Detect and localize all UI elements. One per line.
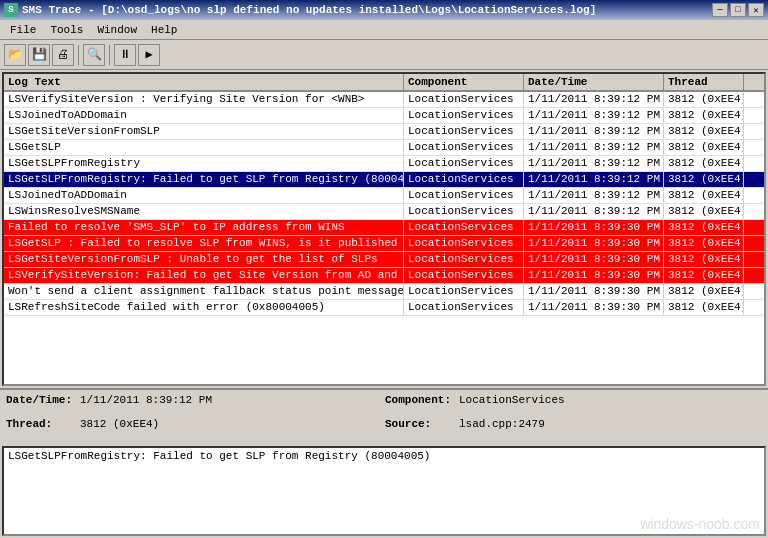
detail-component-label: Component: bbox=[385, 394, 455, 406]
close-button[interactable]: ✕ bbox=[748, 3, 764, 17]
log-row[interactable]: LSRefreshSiteCode failed with error (0x8… bbox=[4, 300, 764, 316]
detail-datetime-value: 1/11/2011 8:39:12 PM bbox=[80, 394, 212, 406]
log-cell-text: LSWinsResolveSMSName bbox=[4, 204, 404, 219]
window-title: SMS Trace - [D:\osd_logs\no slp defined … bbox=[22, 4, 596, 16]
detail-component-row: Component: LocationServices bbox=[385, 394, 762, 416]
log-cell-text: LSGetSLPFromRegistry: Failed to get SLP … bbox=[4, 172, 404, 187]
menu-tools[interactable]: Tools bbox=[44, 22, 89, 38]
log-cell-component: LocationServices bbox=[404, 124, 524, 139]
title-bar-buttons: — □ ✕ bbox=[712, 3, 764, 17]
minimize-button[interactable]: — bbox=[712, 3, 728, 17]
log-cell-component: LocationServices bbox=[404, 204, 524, 219]
log-cell-datetime: 1/11/2011 8:39:30 PM bbox=[524, 236, 664, 251]
log-row[interactable]: LSJoinedToADDomainLocationServices1/11/2… bbox=[4, 108, 764, 124]
header-thread: Thread bbox=[664, 74, 744, 90]
menu-help[interactable]: Help bbox=[145, 22, 183, 38]
print-button[interactable]: 🖨 bbox=[52, 44, 74, 66]
log-container: Log Text Component Date/Time Thread LSVe… bbox=[2, 72, 766, 386]
log-cell-datetime: 1/11/2011 8:39:30 PM bbox=[524, 220, 664, 235]
log-cell-text: LSGetSiteVersionFromSLP : Unable to get … bbox=[4, 252, 404, 267]
pause-button[interactable]: ⏸ bbox=[114, 44, 136, 66]
log-cell-text: LSVerifySiteVersion: Failed to get Site … bbox=[4, 268, 404, 283]
log-cell-datetime: 1/11/2011 8:39:12 PM bbox=[524, 124, 664, 139]
log-cell-component: LocationServices bbox=[404, 108, 524, 123]
title-bar: S SMS Trace - [D:\osd_logs\no slp define… bbox=[0, 0, 768, 20]
menu-bar: File Tools Window Help bbox=[0, 20, 768, 40]
log-row[interactable]: LSGetSLP : Failed to resolve SLP from WI… bbox=[4, 236, 764, 252]
separator-1 bbox=[78, 45, 79, 65]
main-area: Log Text Component Date/Time Thread LSVe… bbox=[0, 70, 768, 538]
log-cell-text: LSGetSLPFromRegistry bbox=[4, 156, 404, 171]
detail-panel: Date/Time: 1/11/2011 8:39:12 PM Componen… bbox=[0, 388, 768, 444]
log-cell-datetime: 1/11/2011 8:39:12 PM bbox=[524, 204, 664, 219]
log-cell-component: LocationServices bbox=[404, 300, 524, 315]
log-row[interactable]: LSGetSLPLocationServices1/11/2011 8:39:1… bbox=[4, 140, 764, 156]
log-cell-component: LocationServices bbox=[404, 220, 524, 235]
maximize-button[interactable]: □ bbox=[730, 3, 746, 17]
log-cell-datetime: 1/11/2011 8:39:12 PM bbox=[524, 156, 664, 171]
log-cell-thread: 3812 (0xEE4) bbox=[664, 92, 744, 107]
log-row[interactable]: LSVerifySiteVersion: Failed to get Site … bbox=[4, 268, 764, 284]
app-icon: S bbox=[4, 3, 18, 17]
log-cell-text: LSGetSLP bbox=[4, 140, 404, 155]
log-cell-datetime: 1/11/2011 8:39:12 PM bbox=[524, 140, 664, 155]
log-row[interactable]: LSVerifySiteVersion : Verifying Site Ver… bbox=[4, 92, 764, 108]
header-component: Component bbox=[404, 74, 524, 90]
log-cell-text: LSJoinedToADDomain bbox=[4, 108, 404, 123]
message-content: LSGetSLPFromRegistry: Failed to get SLP … bbox=[8, 450, 430, 462]
log-cell-thread: 3812 (0xEE4) bbox=[664, 124, 744, 139]
detail-thread-label: Thread: bbox=[6, 418, 76, 430]
log-cell-thread: 3812 (0xEE4) bbox=[664, 284, 744, 299]
log-cell-datetime: 1/11/2011 8:39:12 PM bbox=[524, 108, 664, 123]
log-cell-datetime: 1/11/2011 8:39:30 PM bbox=[524, 300, 664, 315]
menu-file[interactable]: File bbox=[4, 22, 42, 38]
header-logtext: Log Text bbox=[4, 74, 404, 90]
detail-thread-value: 3812 (0xEE4) bbox=[80, 418, 159, 430]
log-cell-thread: 3812 (0xEE4) bbox=[664, 204, 744, 219]
menu-window[interactable]: Window bbox=[91, 22, 143, 38]
separator-2 bbox=[109, 45, 110, 65]
log-cell-component: LocationServices bbox=[404, 236, 524, 251]
log-cell-datetime: 1/11/2011 8:39:12 PM bbox=[524, 188, 664, 203]
toolbar: 📂 💾 🖨 🔍 ⏸ ▶ bbox=[0, 40, 768, 70]
log-cell-datetime: 1/11/2011 8:39:12 PM bbox=[524, 92, 664, 107]
detail-datetime-row: Date/Time: 1/11/2011 8:39:12 PM bbox=[6, 394, 383, 416]
open-button[interactable]: 📂 bbox=[4, 44, 26, 66]
log-row[interactable]: LSGetSLPFromRegistry: Failed to get SLP … bbox=[4, 172, 764, 188]
log-cell-text: LSRefreshSiteCode failed with error (0x8… bbox=[4, 300, 404, 315]
log-cell-datetime: 1/11/2011 8:39:12 PM bbox=[524, 172, 664, 187]
log-cell-component: LocationServices bbox=[404, 156, 524, 171]
log-cell-thread: 3812 (0xEE4) bbox=[664, 220, 744, 235]
detail-source-row: Source: lsad.cpp:2479 bbox=[385, 418, 762, 440]
log-cell-text: Won't send a client assignment fallback … bbox=[4, 284, 404, 299]
log-row[interactable]: LSGetSiteVersionFromSLPLocationServices1… bbox=[4, 124, 764, 140]
header-datetime: Date/Time bbox=[524, 74, 664, 90]
log-cell-thread: 3812 (0xEE4) bbox=[664, 188, 744, 203]
log-cell-text: LSGetSLP : Failed to resolve SLP from WI… bbox=[4, 236, 404, 251]
title-bar-left: S SMS Trace - [D:\osd_logs\no slp define… bbox=[4, 3, 596, 17]
message-box[interactable]: LSGetSLPFromRegistry: Failed to get SLP … bbox=[2, 446, 766, 536]
log-cell-thread: 3812 (0xEE4) bbox=[664, 236, 744, 251]
save-button[interactable]: 💾 bbox=[28, 44, 50, 66]
detail-thread-row: Thread: 3812 (0xEE4) bbox=[6, 418, 383, 440]
log-row[interactable]: LSJoinedToADDomainLocationServices1/11/2… bbox=[4, 188, 764, 204]
log-cell-thread: 3812 (0xEE4) bbox=[664, 156, 744, 171]
log-row[interactable]: Failed to resolve 'SMS_SLP' to IP addres… bbox=[4, 220, 764, 236]
detail-component-value: LocationServices bbox=[459, 394, 565, 406]
log-row[interactable]: LSGetSiteVersionFromSLP : Unable to get … bbox=[4, 252, 764, 268]
log-cell-text: LSVerifySiteVersion : Verifying Site Ver… bbox=[4, 92, 404, 107]
play-button[interactable]: ▶ bbox=[138, 44, 160, 66]
log-cell-datetime: 1/11/2011 8:39:30 PM bbox=[524, 252, 664, 267]
find-button[interactable]: 🔍 bbox=[83, 44, 105, 66]
log-cell-thread: 3812 (0xEE4) bbox=[664, 300, 744, 315]
log-cell-thread: 3812 (0xEE4) bbox=[664, 108, 744, 123]
log-cell-thread: 3812 (0xEE4) bbox=[664, 252, 744, 267]
log-cell-component: LocationServices bbox=[404, 284, 524, 299]
log-cell-component: LocationServices bbox=[404, 268, 524, 283]
log-row[interactable]: LSGetSLPFromRegistryLocationServices1/11… bbox=[4, 156, 764, 172]
log-row[interactable]: Won't send a client assignment fallback … bbox=[4, 284, 764, 300]
log-cell-component: LocationServices bbox=[404, 172, 524, 187]
log-body[interactable]: LSVerifySiteVersion : Verifying Site Ver… bbox=[4, 92, 764, 384]
detail-source-value: lsad.cpp:2479 bbox=[459, 418, 545, 430]
log-row[interactable]: LSWinsResolveSMSNameLocationServices1/11… bbox=[4, 204, 764, 220]
